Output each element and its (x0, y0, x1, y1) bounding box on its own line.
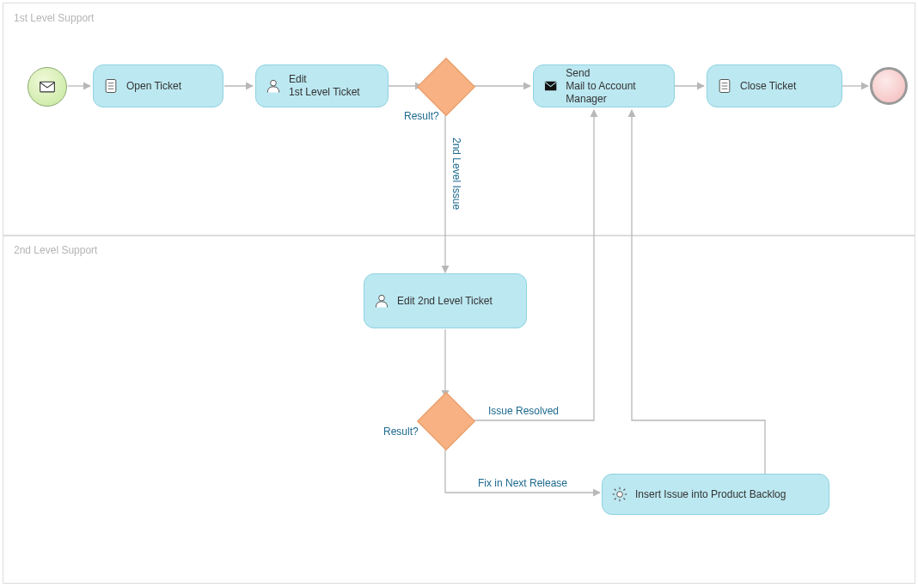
gateway-result-1-label: Result? (404, 110, 439, 122)
svg-line-24 (623, 498, 625, 499)
bpmn-canvas: 1st Level Support 2nd Level Support (0, 0, 918, 588)
lane-2-label: 2nd Level Support (14, 244, 97, 256)
task-edit-1st[interactable]: Edit 1st Level Ticket (255, 64, 389, 107)
task-send-mail[interactable]: Send Mail to Account Manager (533, 64, 675, 107)
task-edit-2nd[interactable]: Edit 2nd Level Ticket (364, 273, 527, 328)
task-edit-1st-label: Edit 1st Level Ticket (289, 73, 360, 99)
gateway-result-2-label: Result? (383, 426, 419, 438)
script-icon (716, 77, 733, 95)
person-icon (373, 292, 390, 309)
flow-label-fix-next: Fix in Next Release (478, 477, 567, 489)
task-open-ticket-label: Open Ticket (126, 80, 181, 93)
svg-point-12 (271, 80, 277, 86)
svg-line-25 (615, 498, 616, 499)
person-icon (265, 77, 282, 95)
envelope-icon (36, 78, 58, 95)
flow-label-2nd-level-issue: 2nd Level Issue (450, 138, 462, 210)
task-close-ticket-label: Close Ticket (740, 80, 796, 93)
start-event-message[interactable] (28, 67, 67, 107)
svg-point-18 (617, 492, 623, 498)
gear-icon (611, 486, 628, 503)
svg-line-26 (623, 489, 625, 491)
script-icon (102, 77, 119, 95)
flow-label-issue-resolved: Issue Resolved (488, 405, 559, 417)
svg-rect-8 (40, 82, 55, 92)
task-open-ticket[interactable]: Open Ticket (93, 64, 223, 107)
task-send-mail-label: Send Mail to Account Manager (566, 67, 665, 106)
lane-1-label: 1st Level Support (14, 12, 94, 24)
svg-line-23 (615, 489, 616, 491)
task-insert-backlog[interactable]: Insert Issue into Product Backlog (602, 474, 829, 515)
end-event[interactable] (870, 67, 908, 105)
task-insert-backlog-label: Insert Issue into Product Backlog (635, 488, 786, 501)
svg-point-17 (379, 295, 385, 301)
envelope-filled-icon (542, 79, 559, 93)
task-close-ticket[interactable]: Close Ticket (707, 64, 842, 107)
task-edit-2nd-label: Edit 2nd Level Ticket (397, 295, 493, 308)
